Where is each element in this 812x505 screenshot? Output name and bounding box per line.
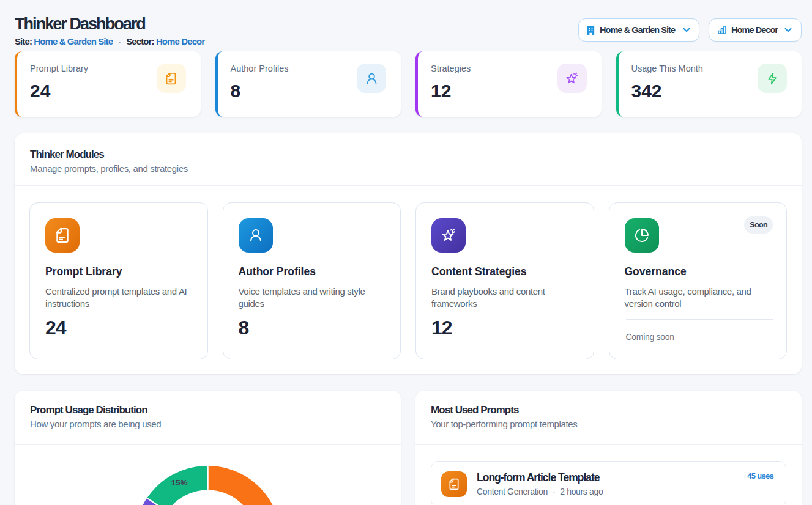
- svg-text:15%: 15%: [171, 478, 187, 487]
